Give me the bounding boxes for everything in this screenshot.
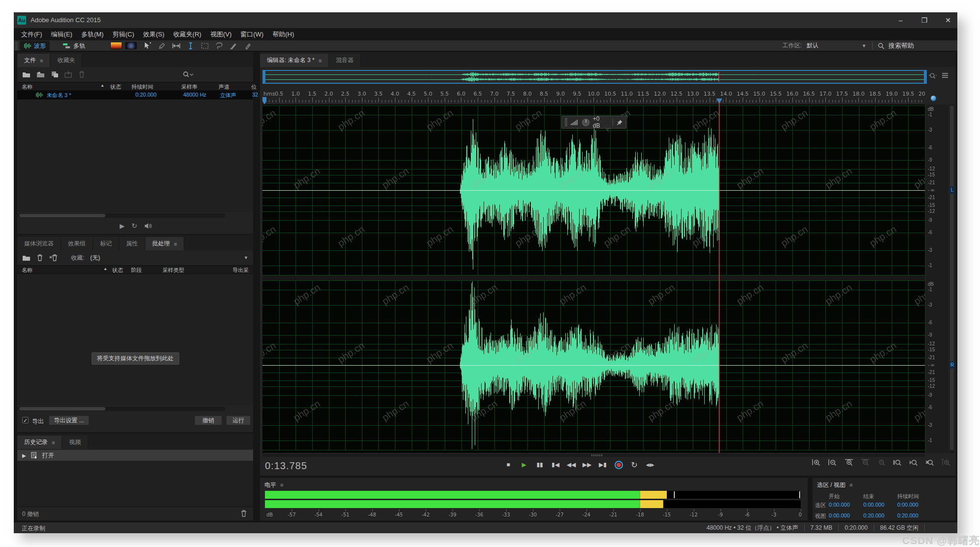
extract-audio-icon[interactable] xyxy=(65,71,72,78)
maximize-button[interactable]: ❐ xyxy=(919,16,930,24)
preview-play-icon[interactable]: ▶ xyxy=(120,222,125,230)
lasso-selection-tool-icon[interactable] xyxy=(214,41,224,51)
batch-hscrollbar[interactable] xyxy=(18,407,225,411)
razor-tool-icon[interactable] xyxy=(157,41,167,51)
close-button[interactable]: ✕ xyxy=(943,16,953,24)
export-checkbox[interactable]: ✓ xyxy=(22,417,29,423)
run-button[interactable]: 运行 xyxy=(226,415,251,425)
skip-to-start-button[interactable]: ▮◀ xyxy=(550,459,561,471)
batch-remove-all-icon[interactable] xyxy=(49,254,58,261)
skip-to-end-button[interactable]: ▶▮ xyxy=(597,459,609,471)
export-settings-button[interactable]: 导出设置 ... xyxy=(49,415,89,425)
overview-menu-icon[interactable] xyxy=(942,71,948,79)
zoom-to-out-point-button[interactable] xyxy=(909,459,919,467)
menu-8[interactable]: 帮助(H) xyxy=(268,29,298,40)
undo-button[interactable]: 撤销 xyxy=(195,415,222,425)
play-button[interactable]: ▶ xyxy=(518,459,530,471)
overview-zoom-icon[interactable] xyxy=(929,71,937,79)
files-col-1[interactable]: 状态 xyxy=(110,83,121,91)
tab-history-1[interactable]: 视频 xyxy=(62,436,88,449)
pause-button[interactable]: ▮▮ xyxy=(534,459,546,471)
tab-batch-2[interactable]: 标记 xyxy=(93,237,119,250)
move-playhead-button[interactable]: ◀▮▶ xyxy=(644,459,656,471)
file-search-icon[interactable] xyxy=(183,71,194,78)
workspace-value[interactable]: 默认 xyxy=(807,41,818,50)
tab-editor-0[interactable]: 编辑器: 未命名 3 *≡ xyxy=(260,54,329,67)
import-file-icon[interactable] xyxy=(36,71,45,78)
spot-healing-brush-tool-icon[interactable] xyxy=(243,41,253,51)
auto-play-speaker-icon[interactable] xyxy=(144,223,152,229)
zoom-out-time-button[interactable] xyxy=(860,459,870,467)
time-ruler[interactable] xyxy=(262,86,925,104)
menu-6[interactable]: 视图(V) xyxy=(206,29,236,40)
zoom-out-amplitude-button[interactable] xyxy=(828,459,838,467)
loop-playback-button[interactable]: ↻ xyxy=(628,459,640,471)
batch-col-1[interactable]: 状态 xyxy=(112,267,123,274)
waveform-display[interactable]: php.cnphp.cnphp.cnphp.cnphp.cnphp.cnphp.… xyxy=(262,104,925,453)
batch-open-icon[interactable] xyxy=(22,254,31,261)
hud-volume[interactable]: +0 dB xyxy=(561,116,626,129)
time-selection-tool-icon[interactable] xyxy=(186,41,196,51)
zoom-to-selection-button[interactable] xyxy=(925,459,935,467)
follow-playhead-icon[interactable] xyxy=(931,96,936,101)
tab-batch-3[interactable]: 属性 xyxy=(119,237,145,250)
sort-asc-icon[interactable]: ▲ xyxy=(100,83,104,88)
tab-batch-1[interactable]: 效果组 xyxy=(61,237,93,250)
batch-sort-asc-icon[interactable]: ▲ xyxy=(103,267,107,271)
fast-forward-button[interactable]: ▶▶ xyxy=(581,459,593,471)
tab-files-0[interactable]: 文件≡ xyxy=(17,54,50,67)
selview-value[interactable]: 0:00.000 xyxy=(863,502,884,508)
spectral-frequency-display-button[interactable] xyxy=(110,42,122,49)
menu-2[interactable]: 多轨(M) xyxy=(77,29,108,40)
files-col-4[interactable]: 声道 xyxy=(219,83,229,91)
open-file-icon[interactable] xyxy=(22,71,31,78)
hud-volume-knob[interactable] xyxy=(582,119,589,126)
record-button[interactable] xyxy=(613,459,624,471)
zoom-out-full-button[interactable] xyxy=(877,459,886,467)
selview-value[interactable]: 0:20.000 xyxy=(863,513,884,518)
spectral-pitch-display-button[interactable] xyxy=(125,42,137,49)
menu-1[interactable]: 编辑(E) xyxy=(47,29,77,40)
trash-icon[interactable] xyxy=(78,71,85,78)
batch-col-3[interactable]: 采样类型 xyxy=(163,267,184,274)
channel-badge-right[interactable]: R xyxy=(949,361,955,369)
files-col-0[interactable]: 名称 xyxy=(22,83,33,91)
move-tool-icon[interactable] xyxy=(143,41,153,51)
minimize-button[interactable]: – xyxy=(895,16,906,24)
zoom-to-in-point-button[interactable] xyxy=(893,459,903,467)
zoom-reset-button[interactable] xyxy=(942,459,951,467)
selview-value[interactable]: 0:20.000 xyxy=(897,513,918,518)
overview-navigator[interactable] xyxy=(262,70,927,84)
multitrack-view-button[interactable]: 多轨 xyxy=(59,41,89,51)
time-stretch-tool-icon[interactable] xyxy=(171,41,181,51)
editor-vscrollbar[interactable] xyxy=(949,104,954,453)
search-help[interactable]: 搜索帮助 xyxy=(878,41,914,50)
tab-batch-0[interactable]: 媒体浏览器 xyxy=(17,237,61,250)
menu-4[interactable]: 效果(S) xyxy=(139,29,169,40)
new-file-icon[interactable] xyxy=(51,71,59,78)
batch-remove-icon[interactable] xyxy=(36,254,43,261)
favorites-value[interactable]: (无) xyxy=(90,254,100,262)
favorites-dropdown-icon[interactable]: ▼ xyxy=(244,255,248,260)
channel-badge-left[interactable]: L xyxy=(949,186,955,194)
loop-preview-icon[interactable]: ↻ xyxy=(131,222,137,230)
files-col-5[interactable]: 位 xyxy=(251,83,257,91)
files-col-3[interactable]: 采样率 xyxy=(181,83,197,91)
hud-grip[interactable] xyxy=(565,118,567,126)
menu-0[interactable]: 文件(F) xyxy=(17,29,47,40)
tab-files-1[interactable]: 收藏夹 xyxy=(50,54,82,67)
marquee-selection-tool-icon[interactable] xyxy=(200,41,210,51)
menu-5[interactable]: 收藏夹(R) xyxy=(169,29,206,40)
files-col-2[interactable]: 持续时间 xyxy=(131,83,153,91)
history-item-open[interactable]: ▶ 打开 xyxy=(17,450,253,461)
paintbrush-selection-tool-icon[interactable] xyxy=(229,41,238,51)
waveform-view-button[interactable]: 波形 xyxy=(20,41,50,51)
tab-history-0[interactable]: 历史记录≡ xyxy=(17,436,62,449)
selview-value[interactable]: 0:00.000 xyxy=(897,502,918,508)
hud-pin-icon[interactable] xyxy=(617,119,623,126)
level-meters[interactable] xyxy=(263,490,805,518)
batch-col-0[interactable]: 名称 xyxy=(22,267,33,274)
history-trash-icon[interactable] xyxy=(240,510,247,517)
rewind-button[interactable]: ◀◀ xyxy=(565,459,577,471)
tab-batch-4[interactable]: 批处理≡ xyxy=(145,237,184,250)
